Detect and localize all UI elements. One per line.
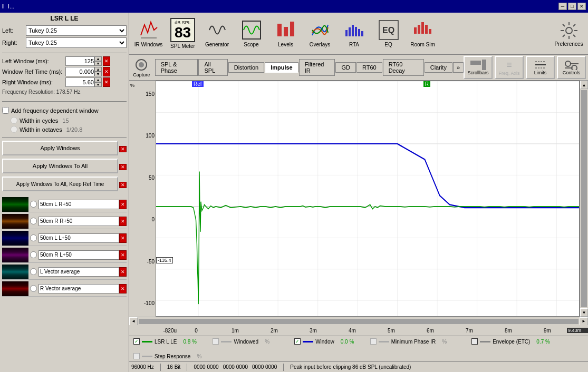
window-ref-input[interactable] [65,67,94,76]
right-window-input[interactable] [65,77,94,87]
legend-name-windowed: Windowed [234,339,258,345]
right-window-delete[interactable]: ✕ [103,77,110,87]
overlays-icon [310,19,331,41]
meas-del-3[interactable]: ✕ [119,233,127,243]
left-window-delete[interactable]: ✕ [103,56,110,66]
scope-button[interactable]: Scope [234,15,268,53]
meas-radio-5[interactable] [30,268,37,275]
meas-name-4[interactable] [38,250,119,260]
scroll-right-arrow[interactable]: ► [580,317,588,326]
ref-left-marker[interactable]: Ref [192,81,204,87]
vertical-scrollbar[interactable]: ▲ ▼ [580,81,588,317]
window-ref-delete[interactable]: ✕ [103,67,110,76]
status-data1: 0000 0000 [194,364,218,370]
meas-radio-6[interactable] [30,285,37,292]
preferences-button[interactable]: Preferences [552,15,586,53]
legend-check-step[interactable] [133,353,140,359]
width-octaves-radio[interactable] [11,126,17,133]
meas-radio-1[interactable] [30,201,37,208]
levels-button[interactable]: Levels [268,15,303,53]
scroll-down-arrow[interactable]: ▼ [580,308,588,317]
scroll-thumb[interactable] [581,90,587,307]
ir-windows-button[interactable]: IR Windows [131,15,166,53]
list-item: ✕ [2,281,127,297]
tab-rt60-decay[interactable]: RT60 Decay [383,59,424,76]
tab-rt60[interactable]: RT60 [356,62,382,73]
x-tick-9m: 9m [528,328,567,334]
apply-windows-all-button[interactable]: Apply Windows To All [2,159,118,173]
scroll-up-arrow[interactable]: ▲ [580,81,588,89]
tab-filtered-ir[interactable]: Filtered IR [299,59,335,76]
svg-point-28 [139,62,144,67]
room-sim-button[interactable]: Room Sim [406,15,440,53]
left-window-select[interactable]: Tukey 0.25 Rectangular Hann [26,25,127,36]
meas-name-2[interactable] [38,217,119,226]
rta-icon [344,19,365,41]
meas-name-5[interactable] [38,267,119,277]
x-tick-6m: 6m [411,328,450,334]
left-window-down[interactable]: ▼ [94,61,102,66]
tab-more[interactable]: » [453,62,464,73]
minimize-button[interactable]: ─ [558,3,567,10]
overlays-button[interactable]: Overlays [303,15,337,53]
add-freq-checkbox[interactable] [2,107,9,114]
left-panel: LSR L LE Left: Tukey 0.25 Rectangular Ha… [0,13,129,372]
meas-del-6[interactable]: ✕ [119,284,127,293]
meas-del-1[interactable]: ✕ [119,200,127,209]
maximize-button[interactable]: □ [568,3,576,10]
svg-line-26 [563,35,565,37]
left-window-up[interactable]: ▲ [94,56,102,61]
horizontal-scroll-track[interactable] [139,319,579,324]
tab-impulse[interactable]: Impulse [265,62,298,73]
spl-meter-button[interactable]: dB SPL 83 SPL Meter [166,15,200,53]
right-window-up[interactable]: ▲ [94,77,102,82]
scroll-left-arrow[interactable]: ◄ [129,317,138,326]
apply-windows-keep-button[interactable]: Apply Windows To All, Keep Ref Time [2,177,118,191]
apply-windows-all-delete[interactable]: ✕ [119,164,127,170]
controls-button[interactable]: Controls [557,56,586,79]
width-cycles-radio[interactable] [11,117,17,124]
right-window-down[interactable]: ▼ [94,82,102,87]
freq-axis-icon: ≡ [506,60,512,71]
ref-right-marker[interactable]: R [423,81,430,87]
meas-del-4[interactable]: ✕ [119,250,127,260]
freq-axis-button[interactable]: ≡ Freq. Axis [495,56,524,79]
scrollbars-button[interactable]: Scrollbars [464,56,493,79]
close-button[interactable]: ✕ [577,3,586,10]
apply-windows-delete[interactable]: ✕ [119,146,127,152]
meas-name-1[interactable] [38,200,119,209]
capture-button[interactable]: Capture [131,57,152,77]
tab-clarity[interactable]: Clarity [425,62,452,73]
meas-del-5[interactable]: ✕ [119,267,127,277]
meas-name-6[interactable] [38,284,119,293]
window-ref-down[interactable]: ▼ [94,72,102,76]
meas-name-3[interactable] [38,233,119,243]
meas-del-2[interactable]: ✕ [119,217,127,226]
apply-windows-button[interactable]: Apply Windows [2,141,118,155]
meas-radio-3[interactable] [30,234,37,241]
legend-check-min-phase[interactable] [370,338,377,345]
tab-distortion[interactable]: Distortion [228,62,264,73]
meas-radio-4[interactable] [30,251,37,258]
meas-radio-2[interactable] [30,218,37,224]
generator-button[interactable]: Generator [200,15,234,53]
apply-windows-keep-delete[interactable]: ✕ [119,182,127,188]
x-tick-3m: 3m [294,328,333,334]
window-ref-up[interactable]: ▲ [94,67,102,72]
rta-button[interactable]: RTA [337,15,371,53]
left-window-input[interactable] [65,56,94,66]
eq-button[interactable]: EQ EQ [371,15,406,53]
tab-spl-phase[interactable]: SPL & Phase [155,59,198,76]
chart-area[interactable]: Ref R -135.4 [156,81,580,317]
tab-gd[interactable]: GD [335,62,356,73]
limits-button[interactable]: Limits [526,56,555,79]
svg-rect-9 [358,29,360,36]
legend-check-lsr[interactable]: ✓ [133,338,140,345]
right-window-select[interactable]: Tukey 0.25 Rectangular Hann [26,37,127,48]
meas-preview-3 [2,231,28,246]
controls-label: Controls [563,70,581,75]
legend-check-windowed[interactable] [213,338,219,345]
legend-check-envelope[interactable] [471,338,478,345]
tab-all-spl[interactable]: All SPL [198,59,227,76]
legend-check-window[interactable]: ✓ [294,338,301,345]
